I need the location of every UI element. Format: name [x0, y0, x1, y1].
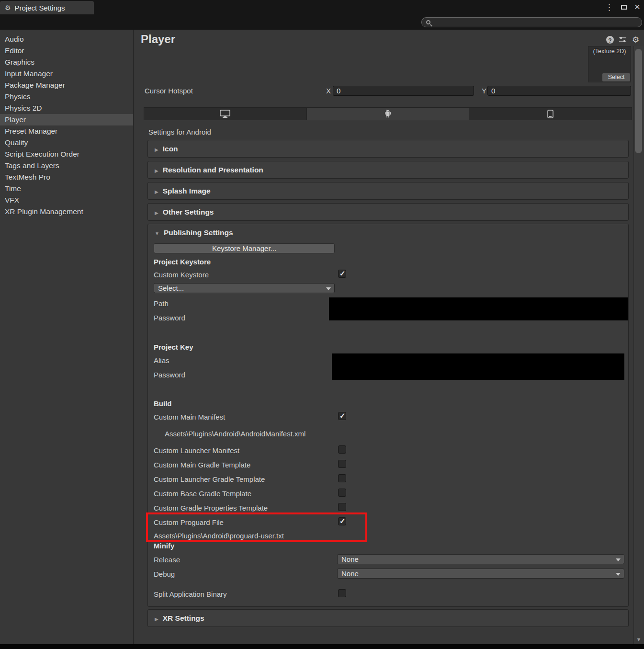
project-key-heading: Project Key	[154, 342, 193, 352]
custom-launcher-manifest-checkbox[interactable]	[338, 445, 346, 454]
keystore-password-label: Password	[154, 313, 185, 323]
sidebar-item-player[interactable]: Player	[0, 114, 133, 125]
hotspot-x-label: X	[326, 86, 331, 96]
custom-gradle-properties-template-checkbox[interactable]	[338, 503, 346, 511]
project-settings-tab[interactable]: Project Settings	[0, 1, 94, 14]
split-application-binary-label: Split Application Binary	[154, 590, 227, 599]
keystore-select-dropdown[interactable]: Select...	[154, 283, 335, 293]
android-robot-icon	[384, 109, 392, 118]
custom-main-manifest-label: Custom Main Manifest	[154, 412, 225, 422]
custom-base-gradle-template-checkbox[interactable]	[338, 489, 346, 497]
custom-main-gradle-template-label: Custom Main Gradle Template	[154, 460, 250, 470]
kebab-menu-icon[interactable]	[605, 2, 613, 12]
sidebar-item-vfx[interactable]: VFX	[0, 194, 133, 206]
custom-gradle-properties-template-label: Custom Gradle Properties Template	[154, 503, 268, 513]
sidebar-item-audio[interactable]: Audio	[0, 34, 133, 45]
tab-title: Project Settings	[15, 4, 65, 12]
gear-icon[interactable]	[632, 36, 639, 44]
section-icon[interactable]: Icon	[147, 140, 629, 158]
minify-release-dropdown[interactable]: None	[337, 554, 624, 564]
foldout-arrow-icon	[155, 187, 158, 195]
scrollbar-thumb[interactable]	[635, 49, 642, 153]
minify-heading: Minify	[154, 541, 174, 551]
section-other-settings[interactable]: Other Settings	[147, 203, 629, 221]
toolbar	[0, 14, 644, 30]
content-area: Audio Editor Graphics Input Manager Pack…	[0, 30, 644, 644]
window-bottom-edge	[0, 644, 644, 649]
custom-proguard-file-path: Assets\Plugins\Android\proguard-user.txt	[154, 531, 284, 541]
window-controls	[605, 0, 640, 14]
hotspot-y-label: Y	[482, 86, 486, 96]
texture-type-label: (Texture 2D)	[588, 48, 631, 55]
custom-launcher-manifest-label: Custom Launcher Manifest	[154, 446, 239, 455]
maximize-icon[interactable]	[621, 5, 627, 10]
platform-tab-android[interactable]	[307, 108, 470, 120]
settings-for-label: Settings for Android	[148, 127, 211, 137]
custom-main-manifest-path: Assets\Plugins\Android\AndroidManifest.x…	[165, 429, 305, 439]
ios-device-icon	[547, 110, 554, 118]
settings-sidebar: Audio Editor Graphics Input Manager Pack…	[0, 30, 134, 644]
key-alias-field-redacted[interactable]	[332, 353, 624, 380]
section-xr-settings[interactable]: XR Settings	[147, 609, 629, 627]
minify-debug-dropdown[interactable]: None	[337, 569, 624, 579]
sidebar-item-xr-plugin-management[interactable]: XR Plugin Management	[0, 206, 133, 217]
page-title: Player	[141, 33, 175, 46]
window-titlebar: Project Settings	[0, 0, 644, 14]
publishing-settings-header[interactable]: Publishing Settings	[148, 224, 233, 241]
foldout-arrow-icon	[155, 208, 158, 216]
section-resolution-and-presentation[interactable]: Resolution and Presentation	[147, 161, 629, 179]
sidebar-item-input-manager[interactable]: Input Manager	[0, 68, 133, 80]
sidebar-item-quality[interactable]: Quality	[0, 137, 133, 148]
custom-main-gradle-template-checkbox[interactable]	[338, 460, 346, 468]
foldout-arrow-icon	[155, 145, 158, 153]
build-heading: Build	[154, 399, 172, 409]
custom-keystore-checkbox[interactable]	[338, 270, 346, 278]
platform-tab-bar	[144, 107, 632, 120]
foldout-arrow-icon	[155, 228, 159, 237]
keystore-path-field-redacted[interactable]	[329, 297, 628, 320]
platform-tab-standalone[interactable]	[144, 108, 307, 120]
hotspot-y-field[interactable]: 0	[487, 86, 631, 96]
scroll-down-arrow-icon[interactable]	[634, 635, 644, 643]
custom-launcher-gradle-template-label: Custom Launcher Gradle Template	[154, 475, 265, 484]
player-settings-panel: Player (Texture 2D) Select Cursor Hotspo…	[134, 30, 644, 644]
sidebar-item-package-manager[interactable]: Package Manager	[0, 80, 133, 91]
cursor-hotspot-label: Cursor Hotspot	[145, 86, 193, 96]
help-icon[interactable]	[606, 36, 614, 44]
hotspot-x-field[interactable]: 0	[333, 86, 474, 96]
sidebar-item-tags-and-layers[interactable]: Tags and Layers	[0, 160, 133, 171]
keystore-manager-button[interactable]: Keystore Manager...	[154, 243, 335, 253]
preset-sliders-icon[interactable]	[619, 36, 627, 44]
sidebar-item-physics-2d[interactable]: Physics 2D	[0, 102, 133, 114]
custom-proguard-file-checkbox[interactable]	[338, 517, 346, 525]
custom-keystore-label: Custom Keystore	[154, 270, 209, 280]
custom-proguard-file-label: Custom Proguard File	[154, 518, 224, 527]
key-password-label: Password	[154, 370, 185, 380]
search-input[interactable]	[421, 17, 642, 27]
gear-icon	[5, 4, 11, 11]
sidebar-item-textmesh-pro[interactable]: TextMesh Pro	[0, 171, 133, 183]
sidebar-item-graphics[interactable]: Graphics	[0, 57, 133, 68]
section-publishing-settings: Publishing Settings Keystore Manager... …	[147, 224, 629, 607]
texture-select-button[interactable]: Select	[602, 73, 630, 81]
split-application-binary-checkbox[interactable]	[338, 589, 346, 597]
sidebar-item-editor[interactable]: Editor	[0, 45, 133, 57]
close-icon[interactable]	[634, 2, 640, 12]
custom-base-gradle-template-label: Custom Base Gradle Template	[154, 489, 251, 499]
sidebar-item-script-execution-order[interactable]: Script Execution Order	[0, 148, 133, 160]
desktop-monitor-icon	[220, 110, 230, 118]
custom-launcher-gradle-template-checkbox[interactable]	[338, 474, 346, 482]
alias-label: Alias	[154, 356, 169, 365]
foldout-arrow-icon	[155, 166, 158, 174]
custom-main-manifest-checkbox[interactable]	[338, 412, 346, 420]
sidebar-item-physics[interactable]: Physics	[0, 91, 133, 102]
platform-tab-ios[interactable]	[469, 108, 632, 120]
section-splash-image[interactable]: Splash Image	[147, 182, 629, 200]
keystore-path-label: Path	[154, 299, 169, 308]
minify-release-label: Release	[154, 555, 180, 565]
sidebar-item-preset-manager[interactable]: Preset Manager	[0, 125, 133, 137]
foldout-arrow-icon	[155, 614, 158, 623]
sidebar-item-time[interactable]: Time	[0, 183, 133, 194]
search-icon	[426, 20, 430, 24]
vertical-scrollbar[interactable]	[633, 46, 644, 644]
